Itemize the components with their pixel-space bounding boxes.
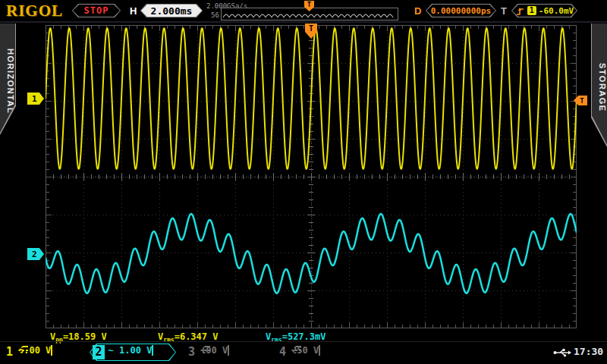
channel-1-scale-hex: 5.00 V [18, 345, 86, 359]
delay-readout[interactable]: 0.00000000ps [426, 4, 496, 17]
tab-horizontal-menu[interactable]: HORIZONTAL [0, 24, 16, 135]
channel-4-number: 4 [279, 345, 286, 359]
meas-value: =18.59 V [63, 331, 107, 342]
channel-2-scale-hex: ~ 1.00 V [108, 345, 173, 359]
channel-3-number: 3 [188, 345, 195, 359]
trigger-label: T [501, 5, 507, 17]
tab-storage-menu[interactable]: STORAGE [591, 24, 607, 147]
channel-bar-separator [0, 341, 607, 342]
channel-2-number: 2 [93, 345, 105, 359]
trigger-source-badge: 1 [527, 6, 536, 15]
trigger-level-value: -60.0mV [539, 6, 574, 16]
graticule [46, 25, 577, 328]
run-state-label: STOP [84, 5, 109, 16]
meas-value: =6.347 V [175, 331, 219, 342]
channel-2-scale: 1.00 V [119, 345, 152, 356]
meas-value: =527.3mV [282, 331, 326, 342]
ch2-position-marker[interactable]: 2 [27, 248, 44, 260]
graticule-canvas [46, 25, 577, 328]
channel-3-status[interactable]: 3 100 V [184, 344, 269, 361]
ch1-position-marker[interactable]: 1 [27, 93, 44, 105]
channel-1-number: 1 [6, 345, 13, 359]
channel-4-status[interactable]: 4 250 V [275, 344, 358, 361]
tab-horizontal-label: HORIZONTAL [0, 24, 15, 133]
ac-coupling-icon: ~ [108, 344, 114, 356]
rigol-logo: RIGOL [6, 2, 63, 20]
vertical-scale-icon [319, 344, 320, 356]
vertical-scale-icon [51, 344, 52, 356]
delay-value: 0.00000000ps [431, 6, 491, 16]
topbar-separator [0, 21, 607, 23]
delay-label: D [414, 5, 421, 17]
channel-4-scale-hex: 250 V [291, 345, 357, 359]
clock: 17:30 [574, 346, 603, 357]
vertical-scale-icon [152, 344, 153, 356]
channel-2-status[interactable]: 2 ~ 1.00 V [90, 344, 176, 361]
channel-1-status[interactable]: 1 5.00 V [2, 344, 88, 361]
top-bar: RIGOL STOP H 2.000ms 2.000GSa/s 56.0M pt… [0, 0, 607, 21]
tab-storage-label: STORAGE [592, 24, 607, 145]
run-state-indicator[interactable]: STOP [72, 4, 121, 17]
timebase-value: 2.000ms [151, 5, 193, 17]
trigger-readout[interactable]: 1 -60.0mV [511, 4, 577, 17]
usb-icon [553, 348, 571, 357]
timebase-readout[interactable]: 2.000ms [140, 4, 203, 17]
channel-3-scale-hex: 100 V [200, 345, 267, 359]
horizontal-label: H [130, 5, 137, 17]
memory-waveform-icon [222, 10, 396, 20]
vertical-scale-icon [228, 344, 229, 356]
rising-edge-icon [515, 6, 525, 16]
oscilloscope-screen: RIGOL STOP H 2.000ms 2.000GSa/s 56.0M pt… [0, 0, 607, 364]
